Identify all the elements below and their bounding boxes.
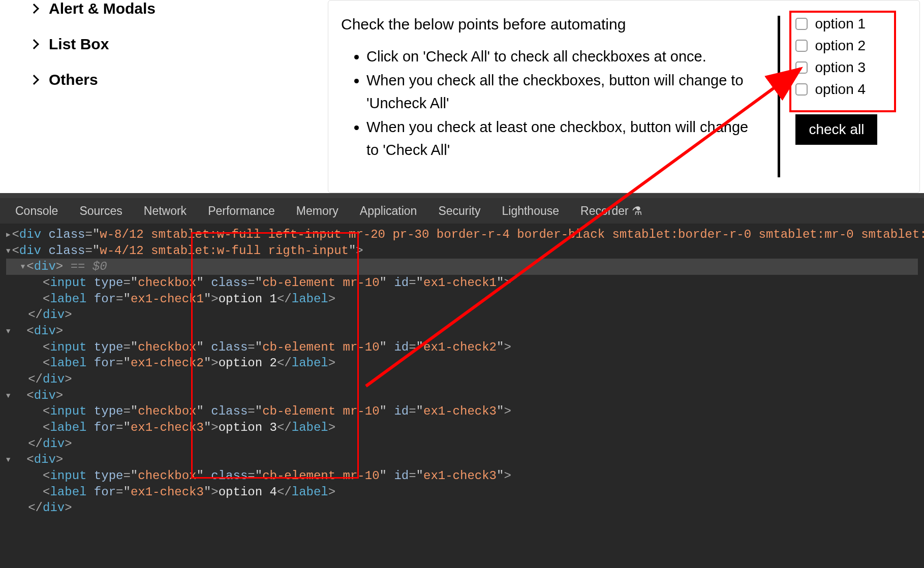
- sidebar-item-list-box[interactable]: List Box: [30, 26, 328, 62]
- tab-performance[interactable]: Performance: [208, 204, 275, 218]
- sidebar: Alert & Modals List Box Others: [0, 0, 328, 193]
- code-line[interactable]: </div>: [6, 307, 918, 323]
- tab-network[interactable]: Network: [144, 204, 187, 218]
- tab-sources[interactable]: Sources: [79, 204, 122, 218]
- checkbox-panel: option 1 option 2 option 3 option 4 chec…: [780, 16, 907, 177]
- sidebar-item-label: Others: [49, 71, 98, 88]
- instructions-list: Click on 'Check All' to check all checkb…: [341, 45, 762, 162]
- code-line[interactable]: <div>: [6, 388, 918, 404]
- chevron-right-icon: [29, 4, 39, 14]
- checkbox-option-4[interactable]: [795, 83, 808, 96]
- chevron-right-icon: [29, 75, 39, 85]
- code-line[interactable]: <input type="checkbox" class="cb-element…: [6, 275, 918, 291]
- code-line[interactable]: <div class="w-4/12 smtablet:w-full rigth…: [6, 243, 918, 259]
- code-line[interactable]: <input type="checkbox" class="cb-element…: [6, 339, 918, 356]
- checkbox-row: option 2: [795, 38, 907, 54]
- checkbox-option-3[interactable]: [795, 61, 808, 74]
- checkbox-row: option 4: [795, 81, 907, 98]
- checkbox-label[interactable]: option 3: [815, 59, 866, 76]
- sidebar-item-label: List Box: [49, 36, 109, 53]
- sidebar-item-label: Alert & Modals: [49, 0, 156, 17]
- elements-tree[interactable]: <div class="w-8/12 smtablet:w-full left-…: [0, 224, 924, 519]
- instruction-point: When you check at least one checkbox, bu…: [366, 116, 762, 162]
- code-line[interactable]: <label for="ex1-check3">option 3</label>: [6, 420, 918, 436]
- instructions-panel: Check the below points before automating…: [341, 16, 780, 177]
- code-line[interactable]: <input type="checkbox" class="cb-element…: [6, 468, 918, 484]
- sidebar-item-others[interactable]: Others: [30, 62, 328, 98]
- checkbox-row: option 1: [795, 16, 907, 32]
- tab-lighthouse[interactable]: Lighthouse: [502, 204, 559, 218]
- tab-security[interactable]: Security: [438, 204, 480, 218]
- devtools-panel: Console Sources Network Performance Memo…: [0, 193, 924, 568]
- instruction-point: When you check all the checkboxes, butto…: [366, 69, 762, 115]
- code-line[interactable]: </div>: [6, 500, 918, 516]
- checkbox-option-2[interactable]: [795, 40, 808, 52]
- main-card: Check the below points before automating…: [328, 0, 920, 193]
- checkbox-option-1[interactable]: [795, 18, 808, 30]
- chevron-right-icon: [29, 39, 39, 49]
- code-line[interactable]: <div>: [6, 323, 918, 339]
- code-line[interactable]: <div class="w-8/12 smtablet:w-full left-…: [6, 227, 918, 243]
- devtools-tabs: Console Sources Network Performance Memo…: [0, 198, 924, 224]
- code-line[interactable]: <label for="ex1-check1">option 1</label>: [6, 291, 918, 307]
- tab-memory[interactable]: Memory: [296, 204, 338, 218]
- checkbox-label[interactable]: option 4: [815, 81, 866, 98]
- code-line[interactable]: </div>: [6, 436, 918, 452]
- checkbox-label[interactable]: option 2: [815, 38, 866, 54]
- flask-icon: ⚗: [632, 204, 642, 218]
- tab-recorder[interactable]: Recorder⚗: [580, 204, 642, 218]
- sidebar-item-alert-modals[interactable]: Alert & Modals: [30, 0, 328, 26]
- tab-console[interactable]: Console: [15, 204, 58, 218]
- checkbox-label[interactable]: option 1: [815, 16, 866, 32]
- instructions-heading: Check the below points before automating: [341, 16, 762, 33]
- tab-application[interactable]: Application: [360, 204, 417, 218]
- code-line[interactable]: <div>: [6, 452, 918, 468]
- code-line[interactable]: <input type="checkbox" class="cb-element…: [6, 403, 918, 420]
- check-all-button[interactable]: check all: [795, 114, 877, 145]
- instruction-point: Click on 'Check All' to check all checkb…: [366, 45, 762, 68]
- checkbox-row: option 3: [795, 59, 907, 76]
- devtools-divider: [0, 193, 924, 198]
- code-line[interactable]: <label for="ex1-check3">option 4</label>: [6, 484, 918, 500]
- code-line-selected[interactable]: <div> == $0: [6, 259, 918, 275]
- code-line[interactable]: </div>: [6, 371, 918, 388]
- code-line[interactable]: <label for="ex1-check2">option 2</label>: [6, 355, 918, 371]
